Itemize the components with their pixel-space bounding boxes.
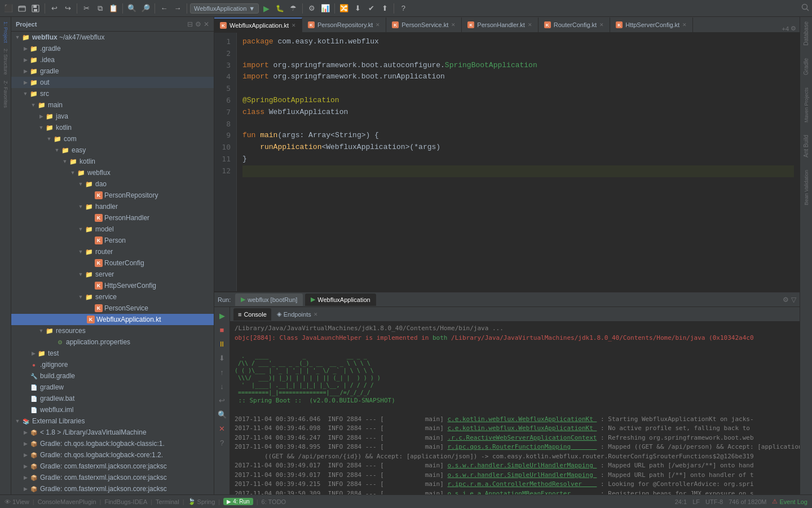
tree-item-Person[interactable]: K Person [11,235,214,246]
toolbar-icon-update[interactable]: ⬇ [351,2,364,15]
tree-item-resources[interactable]: ▼ 📁 resources [11,325,214,336]
next-occurrence[interactable]: ↓ [216,380,228,392]
toolbar-icon-back[interactable]: ← [158,2,170,15]
tab-HttpServerConfig[interactable]: K HttpServerConfig.kt ✕ [610,17,693,32]
tree-item-gradle[interactable]: ▶ 📁 .gradle [11,43,214,54]
toolbar-icon-find[interactable]: 🔍 [126,2,138,15]
tree-item-easy[interactable]: ▼ 📁 easy [11,144,214,156]
toolbar-icon-redo[interactable]: ↪ [61,2,74,15]
toolbar-icon-new[interactable]: ⬛ [2,2,15,15]
right-panel-gradle[interactable]: Gradle [802,56,810,77]
tree-item-out[interactable]: ▶ 📁 out [11,77,214,88]
tree-item-main[interactable]: ▼ 📁 main [11,99,214,111]
tab-close[interactable]: ✕ [376,22,380,28]
toolbar-icon-paste[interactable]: 📋 [107,2,120,15]
run-tab-bootrun[interactable]: ▶ webflux [bootRun] [235,294,303,306]
tree-item-kotlin[interactable]: ▼ 📁 kotlin [11,122,214,133]
toolbar-icon-push[interactable]: ⬆ [378,2,391,15]
status-spring[interactable]: 🍃 Spring [188,498,215,505]
status-position[interactable]: 24:1 [675,498,687,505]
tree-item-logback2[interactable]: ▶ 📦 Gradle: ch.qos.logback:logback-core:… [11,449,214,461]
toolbar-icon-cut[interactable]: ✂ [80,2,92,15]
run-config-dropdown[interactable]: WebfluxApplication ▼ [190,3,259,14]
tree-item-java[interactable]: ▶ 📁 java [11,111,214,122]
tab-PersonHandler[interactable]: K PersonHandler.kt ✕ [462,17,538,32]
soft-wrap-button[interactable]: ↩ [216,394,228,406]
status-event-log[interactable]: ⚠ Event Log [772,498,807,505]
tree-item-service[interactable]: ▼ 📁 service [11,291,214,303]
tree-item-idea[interactable]: ▶ 📁 .idea [11,54,214,65]
tree-item-RouterConfig[interactable]: K RouterConfig [11,257,214,269]
tree-item-HttpServerConfig[interactable]: K HttpServerConfig [11,280,214,291]
right-panel-bean[interactable]: Bean Validation [802,168,810,207]
stop-button[interactable]: ■ [216,323,228,336]
tree-item-PersonService[interactable]: K PersonService [11,303,214,314]
toolbar-icon-save[interactable] [29,2,42,15]
tree-item-gradlewbat[interactable]: 📄 gradlew.bat [11,393,214,404]
code-view[interactable]: 1 2 3 4 5 6 7 8 9 10 11 12 package com.e… [214,33,800,291]
tree-item-com[interactable]: ▼ 📁 com [11,133,214,144]
project-header-settings[interactable]: ⚙ [195,20,201,28]
close-run-button[interactable]: ✕ [216,422,228,435]
scroll-end-button[interactable]: ⬇ [216,352,228,364]
tree-item-jackson3[interactable]: ▶ 📦 Gradle: com.fasterxml.jackson.core:j… [11,483,214,494]
tree-item-dao[interactable]: ▼ 📁 dao [11,178,214,190]
status-todo[interactable]: 6: TODO [262,498,286,505]
tab-RouterConfig[interactable]: K RouterConfig.kt ✕ [539,17,610,32]
toolbar-icon-replace[interactable]: 🔎 [139,2,152,15]
toolbar-icon-forward[interactable]: → [171,2,184,15]
tree-item-external-libs[interactable]: ▼ 📚 External Libraries [11,415,214,427]
search-everywhere[interactable] [801,3,810,14]
tab-PersonRepository[interactable]: K PersonRepository.kt ✕ [302,17,386,32]
tab-close[interactable]: ✕ [528,22,532,28]
toolbar-icon-vcs[interactable]: 🔀 [338,2,350,15]
project-header-close[interactable]: ✕ [204,20,209,28]
tree-item-jackson1[interactable]: ▶ 📦 Gradle: com.fasterxml.jackson.core:j… [11,461,214,472]
tree-item-webfluximl[interactable]: 📄 webflux.iml [11,404,214,415]
left-tab-structure[interactable]: 2: Structure [2,46,10,77]
pause-button[interactable]: ⏸ [216,338,228,350]
tab-close[interactable]: ✕ [292,23,296,28]
toolbar-icon-coverage[interactable]: ☂ [287,2,299,15]
tab-close[interactable]: ✕ [451,22,456,28]
tree-item-router[interactable]: ▼ 📁 router [11,246,214,257]
tree-item-jdk[interactable]: ▶ 📦 < 1.8 > /Library/JavaVirtualMachine [11,427,214,438]
status-findbugs[interactable]: FindBugs-IDEA [104,498,147,505]
endpoints-close[interactable]: ✕ [314,312,318,317]
status-terminal[interactable]: Terminal [156,498,179,505]
right-panel-database[interactable]: Database [802,19,810,48]
toolbar-icon-copy[interactable]: ⧉ [94,2,106,15]
tree-item-model[interactable]: ▼ 📁 model [11,224,214,235]
run-status-button[interactable]: ▶ 4: Run [223,498,253,505]
console-tab-endpoints[interactable]: ◈ Endpoints ✕ [272,308,323,321]
tab-PersonService[interactable]: K PersonService.kt ✕ [386,17,462,32]
tree-item-server[interactable]: ▼ 📁 server [11,269,214,280]
status-view[interactable]: 👁1View [5,498,29,505]
toolbar-icon-structure[interactable]: 📊 [319,2,332,15]
run-tab-webfluxapp[interactable]: ▶ WebfluxApplication [305,294,376,306]
filter-button[interactable]: 🔍 [216,408,228,421]
toolbar-icon-debug[interactable]: 🐛 [273,2,286,15]
toolbar-icon-sdk[interactable]: ⚙ [306,2,318,15]
tree-item-test[interactable]: ▶ 📁 test [11,348,214,359]
tab-close[interactable]: ✕ [599,22,604,28]
tree-item-logback1[interactable]: ▶ 📦 Gradle: ch.qos.logback:logback-class… [11,438,214,449]
prev-occurrence[interactable]: ↑ [216,366,228,378]
tree-item-gitignore[interactable]: ● .gitignore [11,359,214,370]
left-tab-project[interactable]: 1: Project [2,19,10,45]
tree-item-WebfluxApplication[interactable]: K WebfluxApplication.kt [11,314,214,325]
tree-item-handler[interactable]: ▼ 📁 handler [11,201,214,212]
tree-item-gradlew[interactable]: 📄 gradlew [11,382,214,393]
tree-item-PersonHandler[interactable]: K PersonHandler [11,212,214,224]
project-header-collapse[interactable]: ⊟ [187,20,193,28]
tree-item-jackson2[interactable]: ▶ 📦 Gradle: com.fasterxml.jackson.core:j… [11,472,214,483]
tree-item-webflux2[interactable]: ▼ 📁 webflux [11,167,214,178]
tree-item-application-props[interactable]: ⚙ application.properties [11,336,214,348]
tree-item-webflux[interactable]: ▼ 📁 webflux ~/ak47/webflux [11,32,214,43]
status-consolemaven[interactable]: ConsoleMavenPlugin [38,498,96,505]
toolbar-icon-run[interactable]: ▶ [260,2,272,15]
status-lf[interactable]: LF [692,498,700,505]
toolbar-icon-commit[interactable]: ✔ [365,2,377,15]
help-run-button[interactable]: ? [216,436,228,449]
tree-item-gradle2[interactable]: ▶ 📁 gradle [11,65,214,77]
